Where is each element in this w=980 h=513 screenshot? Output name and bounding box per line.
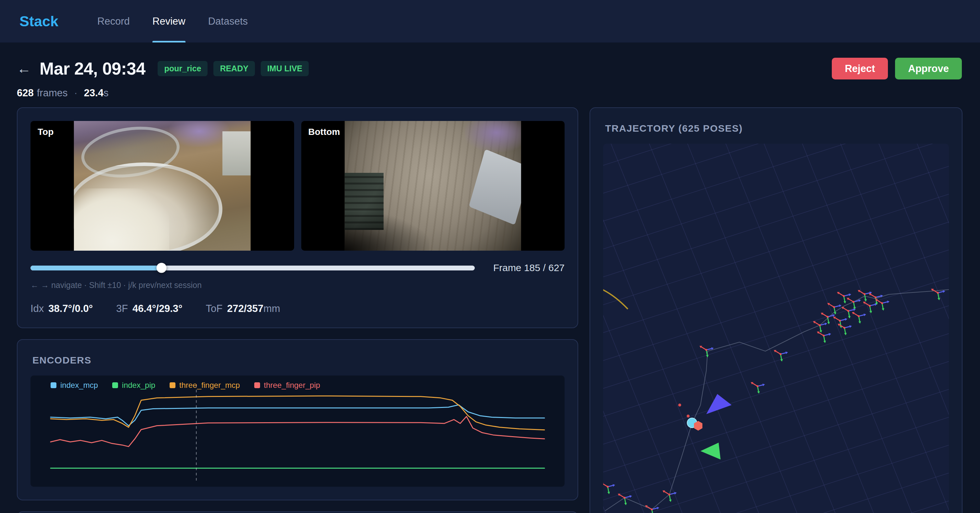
frame-counter: Frame 185 / 627 (488, 262, 565, 273)
slider-thumb[interactable] (157, 263, 167, 273)
encoders-panel: ENCODERS index_mcpindex_pipthree_finger_… (17, 339, 578, 500)
nav-tabs: RecordReviewDatasets (97, 0, 248, 43)
legend-index_mcp: index_mcp (51, 381, 98, 390)
slider-track[interactable] (30, 265, 475, 270)
back-button[interactable]: ← (17, 61, 31, 76)
frame-slider[interactable] (30, 263, 475, 273)
three_finger_pip-swatch (254, 382, 260, 388)
nav-tab-record[interactable]: Record (97, 0, 130, 43)
nav-tab-review[interactable]: Review (153, 0, 186, 43)
trajectory-title: TRAJECTORY (625 POSES) (605, 123, 949, 134)
badge-pour_rice: pour_rice (158, 61, 208, 76)
legend-three_finger_mcp: three_finger_mcp (170, 381, 240, 390)
scrubber-row: Frame 185 / 627 (30, 262, 565, 273)
frame-count: 628 (17, 87, 34, 98)
approve-button[interactable]: Approve (895, 58, 962, 79)
badge-ready: READY (213, 61, 255, 76)
badge-imu-live: IMU LIVE (261, 61, 309, 76)
trajectory-canvas (603, 144, 949, 513)
index_mcp-swatch (51, 382, 56, 388)
camera-panel: Top Bottom (17, 107, 578, 328)
video-top: Top (30, 121, 294, 251)
duration-value: 23.4 (84, 87, 103, 98)
legend-index_pip: index_pip (112, 381, 155, 390)
keyboard-hint: ← → navigate · Shift ±10 · j/k prev/next… (30, 281, 565, 290)
nav-tab-datasets[interactable]: Datasets (208, 0, 248, 43)
slider-fill (30, 265, 162, 270)
video-top-label: Top (38, 127, 54, 137)
trajectory-3d-view[interactable] (603, 144, 949, 513)
session-title: Mar 24, 09:34 (40, 59, 145, 78)
next-panel-edge (17, 511, 578, 513)
encoder-legend: index_mcpindex_pipthree_finger_mcpthree_… (51, 381, 320, 390)
three_finger_mcp-swatch (170, 382, 175, 388)
encoder-chart: index_mcpindex_pipthree_finger_mcpthree_… (30, 375, 565, 487)
encoders-title: ENCODERS (32, 355, 565, 366)
session-meta: 628frames·23.4s (17, 87, 963, 99)
encoder-chart-canvas (30, 375, 565, 487)
trajectory-panel: TRAJECTORY (625 POSES) (590, 107, 963, 513)
camera-views: Top Bottom (30, 121, 565, 251)
top-nav: Stack RecordReviewDatasets (0, 0, 980, 43)
stat-idx: Idx38.7°/0.0° (30, 303, 93, 314)
stat-tof: ToF272/357mm (205, 303, 280, 314)
session-badges: pour_riceREADYIMU LIVE (158, 61, 309, 76)
stat-3f: 3F46.4°/29.3° (116, 303, 182, 314)
legend-three_finger_pip: three_finger_pip (254, 381, 320, 390)
meta-separator: · (74, 87, 77, 98)
camera-image-bottom (345, 121, 521, 251)
duration-unit: s (103, 87, 109, 98)
index_pip-swatch (112, 382, 118, 388)
session-header: ← Mar 24, 09:34 pour_riceREADYIMU LIVE R… (17, 56, 962, 81)
app-logo[interactable]: Stack (19, 0, 58, 43)
main-content: Top Bottom (0, 99, 980, 513)
video-bottom-label: Bottom (309, 127, 340, 137)
camera-image-top (74, 121, 250, 251)
sensor-stats: Idx38.7°/0.0°3F46.4°/29.3°ToF272/357mm (30, 303, 565, 314)
reject-button[interactable]: Reject (832, 58, 888, 79)
frame-count-label: frames (37, 87, 68, 98)
video-bottom: Bottom (301, 121, 565, 251)
left-column: Top Bottom (17, 107, 578, 513)
